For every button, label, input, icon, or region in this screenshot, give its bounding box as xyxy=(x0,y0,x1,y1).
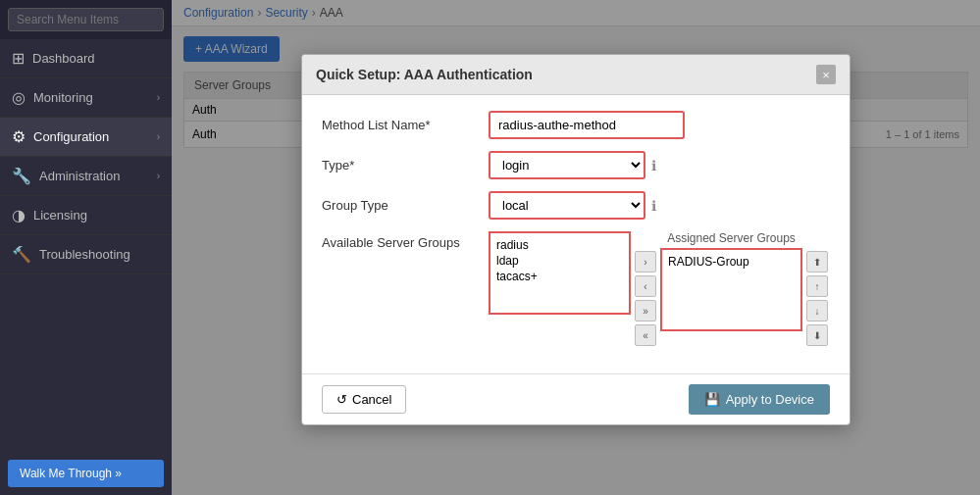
type-label: Type* xyxy=(322,158,479,173)
list-item[interactable]: ldap xyxy=(494,253,625,269)
modal-body: Method List Name* Type* login enable ppp… xyxy=(302,95,850,373)
modal-dialog: Quick Setup: AAA Authentication × Method… xyxy=(301,54,851,425)
server-groups-section: radius ldap tacacs+ › ‹ » « xyxy=(489,231,828,346)
apply-to-device-button[interactable]: 💾 Apply to Device xyxy=(689,384,830,415)
licensing-icon: ◑ xyxy=(12,206,26,224)
move-down-button[interactable]: ↓ xyxy=(806,300,828,322)
monitoring-icon: ◎ xyxy=(12,88,26,107)
move-left-button[interactable]: ‹ xyxy=(635,275,656,297)
type-row: Type* login enable ppp ℹ xyxy=(322,151,830,179)
group-type-select-wrap: local radius tacacs+ ldap ℹ xyxy=(489,191,656,220)
move-all-right-button[interactable]: » xyxy=(635,300,656,322)
sidebar-item-administration[interactable]: 🔧 Administration › xyxy=(0,157,172,196)
assigned-box-title: Assigned Server Groups xyxy=(660,231,802,245)
modal-close-button[interactable]: × xyxy=(816,65,836,84)
chevron-right-icon: › xyxy=(157,92,160,103)
method-list-name-input[interactable] xyxy=(489,111,685,139)
walk-me-label: Walk Me Through » xyxy=(20,467,122,480)
updown-buttons: ⬆ ↑ ↓ ⬇ xyxy=(806,231,828,346)
type-select-wrap: login enable ppp ℹ xyxy=(489,151,656,179)
assigned-server-groups-box[interactable]: RADIUS-Group xyxy=(660,248,802,331)
cancel-label: Cancel xyxy=(352,392,391,407)
server-groups-label: Available Server Groups xyxy=(322,231,479,250)
arrow-buttons: › ‹ » « xyxy=(635,231,656,346)
sidebar: ⊞ Dashboard ◎ Monitoring › ⚙ Configurati… xyxy=(0,0,172,495)
type-select[interactable]: login enable ppp xyxy=(489,151,645,179)
apply-label: Apply to Device xyxy=(726,392,814,407)
walk-me-button[interactable]: Walk Me Through » xyxy=(8,460,164,487)
list-item[interactable]: tacacs+ xyxy=(494,269,625,284)
chevron-right-icon: › xyxy=(157,171,160,181)
sidebar-item-label: Configuration xyxy=(33,129,149,144)
move-to-top-button[interactable]: ⬆ xyxy=(806,251,828,272)
sidebar-item-label: Monitoring xyxy=(33,90,149,105)
cancel-icon: ↺ xyxy=(336,392,347,407)
modal-overlay: Quick Setup: AAA Authentication × Method… xyxy=(172,0,980,495)
assigned-box-container: Assigned Server Groups RADIUS-Group xyxy=(660,231,802,331)
chevron-right-icon: › xyxy=(157,131,160,142)
type-info-icon[interactable]: ℹ xyxy=(651,158,656,173)
group-type-select[interactable]: local radius tacacs+ ldap xyxy=(489,191,645,220)
sidebar-item-label: Administration xyxy=(39,169,149,183)
sidebar-item-dashboard[interactable]: ⊞ Dashboard xyxy=(0,39,172,78)
cancel-button[interactable]: ↺ Cancel xyxy=(322,385,406,414)
move-right-button[interactable]: › xyxy=(635,251,656,272)
apply-icon: 💾 xyxy=(704,392,720,407)
troubleshooting-icon: 🔨 xyxy=(12,245,31,264)
administration-icon: 🔧 xyxy=(12,167,31,185)
sidebar-item-label: Dashboard xyxy=(32,51,160,66)
sidebar-item-troubleshooting[interactable]: 🔨 Troubleshooting xyxy=(0,235,172,274)
search-container xyxy=(0,0,172,39)
group-type-label: Group Type xyxy=(322,198,479,213)
list-item[interactable]: radius xyxy=(494,237,625,253)
configuration-icon: ⚙ xyxy=(12,127,26,146)
modal-header: Quick Setup: AAA Authentication × xyxy=(302,55,850,95)
sidebar-item-label: Licensing xyxy=(33,208,160,223)
available-server-groups-box[interactable]: radius ldap tacacs+ xyxy=(489,231,631,315)
modal-footer: ↺ Cancel 💾 Apply to Device xyxy=(302,373,850,424)
main-content: Configuration › Security › AAA + AAA Wiz… xyxy=(172,0,980,495)
available-box-container: radius ldap tacacs+ xyxy=(489,231,631,315)
move-up-button[interactable]: ↑ xyxy=(806,275,828,297)
list-item[interactable]: RADIUS-Group xyxy=(666,254,797,270)
sidebar-item-licensing[interactable]: ◑ Licensing xyxy=(0,196,172,235)
method-list-name-row: Method List Name* xyxy=(322,111,830,139)
server-groups-row: Available Server Groups radius ldap taca… xyxy=(322,231,830,346)
search-input[interactable] xyxy=(8,8,164,31)
dashboard-icon: ⊞ xyxy=(12,49,25,68)
sidebar-item-configuration[interactable]: ⚙ Configuration › xyxy=(0,118,172,157)
method-list-name-label: Method List Name* xyxy=(322,118,479,132)
sidebar-item-monitoring[interactable]: ◎ Monitoring › xyxy=(0,78,172,118)
group-type-info-icon[interactable]: ℹ xyxy=(651,198,656,214)
move-to-bottom-button[interactable]: ⬇ xyxy=(806,324,828,346)
group-type-row: Group Type local radius tacacs+ ldap ℹ xyxy=(322,191,830,220)
move-all-left-button[interactable]: « xyxy=(635,324,656,346)
sidebar-item-label: Troubleshooting xyxy=(39,247,160,262)
modal-title: Quick Setup: AAA Authentication xyxy=(316,67,533,82)
